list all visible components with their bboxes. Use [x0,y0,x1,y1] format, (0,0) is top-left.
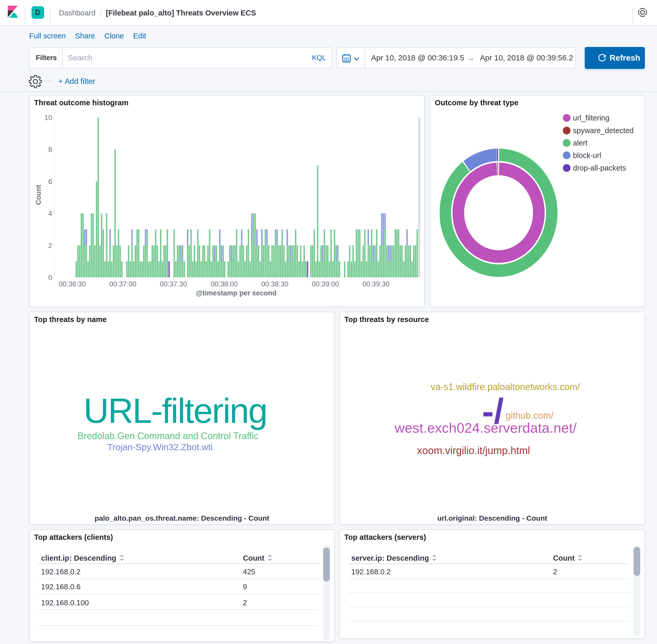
svg-text:block-url: block-url [573,151,601,159]
svg-text:drop-all-packets: drop-all-packets [573,164,626,172]
svg-text:spyware_detected: spyware_detected [573,127,634,135]
svg-text:url_filtering: url_filtering [573,114,610,122]
svg-text:alert: alert [573,139,587,147]
